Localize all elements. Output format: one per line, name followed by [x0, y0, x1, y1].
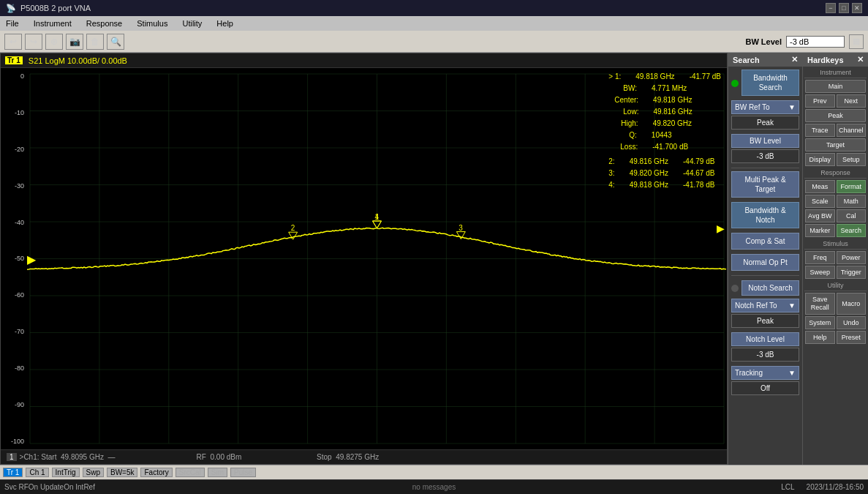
y-axis-label: -70: [2, 328, 24, 335]
save-button[interactable]: ⊕: [45, 34, 63, 50]
bandwidth-search-button[interactable]: Bandwidth Search: [741, 70, 799, 96]
search-panel-header: Search ✕: [728, 53, 802, 67]
prev-button[interactable]: Prev: [805, 94, 835, 108]
bw-ref-to-value-button[interactable]: Peak: [731, 116, 799, 130]
meas-button[interactable]: Meas: [805, 180, 835, 193]
notch-search-indicator: [731, 285, 739, 292]
srccal-status[interactable]: SrcCal: [176, 468, 205, 477]
bw-level-area: BW Level ▦: [745, 34, 864, 49]
menu-item-instrument[interactable]: Instrument: [31, 19, 75, 28]
bw-level-label: BW Level: [745, 37, 782, 46]
peak-button[interactable]: Peak: [805, 109, 866, 122]
chart-header: Tr 1 S21 LogM 10.00dB/ 0.00dB: [1, 53, 727, 68]
help-button[interactable]: Help: [805, 331, 835, 344]
ch1-status[interactable]: Ch 1: [26, 468, 48, 477]
format-button[interactable]: Format: [837, 180, 867, 193]
hardkeys-panel-header: Hardkeys ✕: [803, 53, 868, 67]
factory-status[interactable]: Factory: [140, 468, 172, 477]
comp-sat-button[interactable]: Comp & Sat: [731, 233, 799, 250]
search-close-button[interactable]: ✕: [791, 55, 798, 64]
power-button[interactable]: Power: [837, 251, 867, 264]
stimulus-section-label: Stimulus: [804, 240, 867, 250]
y-axis-label: -40: [2, 219, 24, 226]
channel-button[interactable]: Channel: [837, 124, 867, 137]
grid-button[interactable]: ▦: [849, 34, 864, 49]
trace-channel-row: Trace Channel: [805, 124, 866, 137]
minimize-button[interactable]: −: [826, 3, 836, 13]
undo-button[interactable]: ↩: [4, 34, 22, 50]
search-panel: Search ✕ Bandwidth Search BW Ref To ▼ Pe…: [728, 53, 802, 465]
bw-search-row: Bandwidth Search: [731, 70, 799, 97]
bw-level-value-button[interactable]: -3 dB: [731, 149, 799, 163]
setup-button[interactable]: Setup: [837, 153, 867, 166]
maximize-button[interactable]: □: [839, 3, 849, 13]
bw5k-status[interactable]: BW=5k: [107, 468, 138, 477]
y-axis: 0-10-20-30-40-50-60-70-80-90-100: [1, 68, 27, 449]
freq-button[interactable]: Freq: [805, 251, 835, 264]
y-axis-label: -10: [2, 109, 24, 116]
y-axis-label: -60: [2, 291, 24, 299]
multi-peak-button[interactable]: Multi Peak & Target: [731, 171, 799, 198]
preset-button[interactable]: Preset: [837, 331, 867, 344]
comp-sat-section: Comp & Sat: [731, 233, 799, 251]
notch-ref-to-value-button[interactable]: Peak: [731, 314, 799, 328]
y-axis-label: -20: [2, 146, 24, 153]
y-axis-label: -100: [2, 438, 24, 445]
delete-button[interactable]: 🗑: [86, 34, 104, 50]
redo-button[interactable]: ↪: [25, 34, 42, 50]
next-button[interactable]: Next: [837, 94, 867, 108]
system-button[interactable]: System: [805, 316, 835, 329]
trigger-button[interactable]: Trigger: [837, 266, 867, 279]
bw-level-input[interactable]: [786, 36, 845, 48]
infobar-right: LCL 2023/11/28-16:50: [577, 483, 864, 491]
display-button[interactable]: Display: [805, 153, 835, 166]
bw-notch-section: Bandwidth & Notch: [731, 202, 799, 230]
menu-item-file[interactable]: File: [3, 19, 22, 28]
close-button[interactable]: ✕: [852, 3, 862, 13]
menu-item-help[interactable]: Help: [214, 19, 236, 28]
trace-indicator: 1: [7, 453, 17, 461]
trace-status[interactable]: Tr 1: [3, 468, 23, 477]
screenshot-button[interactable]: 📷: [66, 34, 83, 50]
chart-inner[interactable]: > 1: 49.818 GHz -41.77 dB BW: 4.771 MHz …: [27, 68, 727, 449]
menu-item-stimulus[interactable]: Stimulus: [134, 19, 170, 28]
math-button[interactable]: Math: [837, 195, 867, 208]
save-recall-button[interactable]: Save Recall: [805, 293, 835, 315]
tracking-value-button[interactable]: Off: [731, 381, 799, 395]
notch-level-button[interactable]: Notch Level: [731, 332, 799, 346]
avgbw-cal-row: Avg BW Cal: [805, 209, 866, 222]
main-button[interactable]: Main: [805, 80, 866, 93]
normal-op-button[interactable]: Normal Op Pt: [731, 254, 799, 271]
menu-item-utility[interactable]: Utility: [179, 19, 205, 28]
bw-level-section: BW Level -3 dB: [731, 134, 799, 165]
undo-hk-button[interactable]: Undo: [837, 316, 867, 329]
sweep-button[interactable]: Sweep: [805, 266, 835, 279]
search-button[interactable]: Search: [837, 224, 867, 237]
infobar-status: Svc RFOn UpdateOn IntRef: [4, 483, 291, 491]
target-button[interactable]: Target: [805, 138, 866, 151]
cal-button[interactable]: Cal: [837, 209, 867, 222]
hardkeys-close-button[interactable]: ✕: [857, 55, 864, 64]
pulse-status[interactable]: Pulse: [230, 468, 256, 477]
zoom-button[interactable]: 🔍: [107, 34, 124, 50]
marker-button[interactable]: Marker: [805, 224, 835, 237]
macro-button[interactable]: Macro: [837, 293, 867, 315]
menu-item-response[interactable]: Response: [83, 19, 126, 28]
tracking-button[interactable]: Tracking ▼: [731, 366, 799, 380]
trace-button[interactable]: Trace: [805, 124, 835, 137]
y-axis-label: 0: [2, 72, 24, 80]
sim-status[interactable]: Sim: [208, 468, 227, 477]
avg-bw-button[interactable]: Avg BW: [805, 209, 835, 222]
scale-button[interactable]: Scale: [805, 195, 835, 208]
divider1: [731, 168, 799, 168]
infobar-messages: no messages: [291, 483, 578, 491]
bw-level-search-button[interactable]: BW Level: [731, 134, 799, 148]
notch-ref-to-button[interactable]: Notch Ref To ▼: [731, 299, 799, 313]
notch-search-button[interactable]: Notch Search: [741, 280, 799, 296]
notch-ref-to-section: Notch Ref To ▼ Peak: [731, 299, 799, 329]
bw-notch-button[interactable]: Bandwidth & Notch: [731, 202, 799, 228]
inttrig-status[interactable]: IntTrig: [52, 468, 80, 477]
swp-status[interactable]: Swp: [83, 468, 104, 477]
bw-ref-to-button[interactable]: BW Ref To ▼: [731, 100, 799, 114]
notch-level-value-button[interactable]: -3 dB: [731, 348, 799, 362]
